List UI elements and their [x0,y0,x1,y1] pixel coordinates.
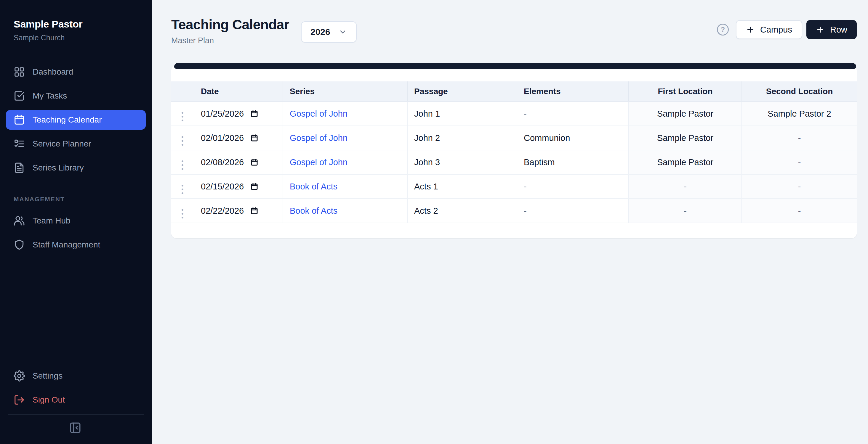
drag-column-header [171,81,194,102]
second-location-cell[interactable]: - [742,174,857,199]
sidebar-item-label: Staff Management [33,240,100,249]
first-location-cell[interactable]: Sample Pastor [629,102,742,126]
passage-cell[interactable]: Acts 2 [407,199,517,223]
table-row: 02/08/2026Gospel of JohnJohn 3BaptismSam… [171,150,857,174]
sign-out-icon [13,394,25,406]
date-value: 02/22/2026 [201,206,244,216]
sidebar-item-team-hub[interactable]: Team Hub [6,211,146,231]
sidebar-item-label: My Tasks [33,91,67,101]
date-cell: 01/25/2026 [194,102,283,126]
series-cell: Gospel of John [283,102,407,126]
drag-handle-cell [171,174,194,199]
date-input[interactable]: 02/01/2026 [201,133,258,143]
drag-handle-icon[interactable] [178,185,187,194]
sidebar-item-my-tasks[interactable]: My Tasks [6,86,146,106]
calendar-picker-icon[interactable] [250,207,258,215]
calendar-picker-icon[interactable] [250,158,258,166]
date-input[interactable]: 02/15/2026 [201,182,258,192]
passage-cell[interactable]: John 1 [407,102,517,126]
user-name: Sample Pastor [13,19,138,30]
sidebar-item-teaching-calendar[interactable]: Teaching Calendar [6,110,146,130]
calendar-picker-icon[interactable] [250,110,258,118]
date-cell: 02/22/2026 [194,199,283,223]
tasks-icon [13,90,25,102]
sidebar-item-settings[interactable]: Settings [6,366,146,386]
help-button[interactable]: ? [717,24,729,36]
elements-cell[interactable]: - [517,199,629,223]
dashboard-icon [13,66,25,77]
column-header-elements: Elements [517,81,629,102]
calendar-picker-icon[interactable] [250,183,258,191]
drag-handle-cell [171,102,194,126]
gear-icon [13,370,25,381]
org-name: Sample Church [13,33,138,42]
card-bottom-padding [171,223,857,238]
series-link[interactable]: Gospel of John [290,109,347,118]
plus-icon [746,25,755,34]
sidebar-item-label: Service Planner [33,139,91,148]
drag-handle-icon[interactable] [178,209,187,218]
plus-icon [816,25,825,34]
sidebar-item-sign-out[interactable]: Sign Out [6,390,146,410]
drag-handle-cell [171,126,194,150]
column-header-date: Date [194,81,283,102]
drag-handle-icon[interactable] [178,136,187,146]
series-link[interactable]: Book of Acts [290,182,337,191]
series-link[interactable]: Gospel of John [290,158,347,167]
column-header-first-location: First Location [629,81,742,102]
column-header-second-location: Second Location [742,81,857,102]
series-cell: Book of Acts [283,199,407,223]
horizontal-scrollbar[interactable] [174,63,856,69]
sidebar-item-series-library[interactable]: Series Library [6,158,146,178]
series-cell: Gospel of John [283,126,407,150]
first-location-cell[interactable]: - [629,199,742,223]
elements-cell[interactable]: - [517,174,629,199]
year-select[interactable]: 2026 [301,21,357,43]
calendar-icon [13,114,25,126]
chevron-down-icon [339,28,347,36]
sidebar-item-service-planner[interactable]: Service Planner [6,134,146,153]
elements-cell[interactable]: Baptism [517,150,629,174]
elements-cell[interactable]: Communion [517,126,629,150]
sidebar-footer: Settings Sign Out [6,366,146,444]
teaching-calendar-table: Date Series Passage Elements First Locat… [171,81,857,223]
date-value: 02/15/2026 [201,182,244,192]
calendar-picker-icon[interactable] [250,134,258,142]
sidebar-item-staff-management[interactable]: Staff Management [6,235,146,254]
add-row-button[interactable]: Row [806,20,857,39]
series-link[interactable]: Book of Acts [290,206,337,215]
date-value: 01/25/2026 [201,109,244,119]
sidebar-item-label: Series Library [33,163,84,173]
passage-cell[interactable]: Acts 1 [407,174,517,199]
add-row-label: Row [830,25,847,35]
sidebar-item-label: Settings [33,371,63,381]
drag-handle-cell [171,150,194,174]
drag-handle-icon[interactable] [178,161,187,170]
passage-cell[interactable]: John 2 [407,126,517,150]
sidebar-item-label: Teaching Calendar [33,115,102,125]
title-block: Teaching Calendar Master Plan [171,16,289,45]
panel-collapse-icon [69,421,83,434]
date-input[interactable]: 02/22/2026 [201,206,258,216]
second-location-cell[interactable]: Sample Pastor 2 [742,102,857,126]
second-location-cell[interactable]: - [742,150,857,174]
date-input[interactable]: 01/25/2026 [201,109,258,119]
second-location-cell[interactable]: - [742,126,857,150]
sidebar-item-label: Team Hub [33,216,70,226]
first-location-cell[interactable]: Sample Pastor [629,126,742,150]
second-location-cell[interactable]: - [742,199,857,223]
sidebar-item-dashboard[interactable]: Dashboard [6,62,146,82]
table-row: 02/22/2026Book of ActsActs 2--- [171,199,857,223]
year-select-value: 2026 [310,27,330,37]
elements-cell[interactable]: - [517,102,629,126]
series-link[interactable]: Gospel of John [290,133,347,143]
first-location-cell[interactable]: Sample Pastor [629,150,742,174]
date-input[interactable]: 02/08/2026 [201,158,258,167]
drag-handle-icon[interactable] [178,112,187,122]
collapse-sidebar-button[interactable] [69,421,83,435]
add-campus-button[interactable]: Campus [736,20,802,39]
first-location-cell[interactable]: - [629,174,742,199]
passage-cell[interactable]: John 3 [407,150,517,174]
date-value: 02/01/2026 [201,133,244,143]
calendar-card: Date Series Passage Elements First Locat… [171,65,857,238]
